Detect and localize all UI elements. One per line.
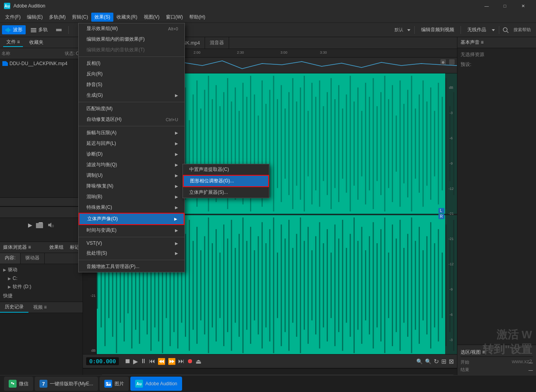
history-tab[interactable]: 历史记录: [0, 302, 28, 313]
time-display: 0:00.000: [86, 357, 119, 365]
toolbar-waveform[interactable]: 波形: [2, 25, 26, 34]
file-panel-tab[interactable]: 文件 ≡: [3, 38, 23, 47]
ffwd-btn[interactable]: ⏩: [168, 358, 176, 365]
transport-extra-1[interactable]: ⊞: [441, 358, 446, 365]
overview-icon-2[interactable]: [448, 58, 455, 66]
taskbar-photos[interactable]: 图片: [100, 377, 129, 391]
menu-sep-1: [79, 56, 184, 57]
toolbar-multitrack[interactable]: 多轨: [27, 25, 51, 34]
menu-amplitude[interactable]: 振幅与压限(A) ▶: [79, 128, 184, 138]
file-item[interactable]: DDU-DU__LACKPINK.mp4: [1, 60, 82, 67]
menu-mixing[interactable]: 混响(B) ▶: [79, 191, 184, 202]
zoom-out-btn[interactable]: 🔍: [425, 358, 431, 364]
svg-rect-86: [288, 92, 290, 195]
overview-icon-1[interactable]: ⊕: [440, 58, 447, 66]
media-tab-content[interactable]: 内容:: [0, 253, 21, 264]
menu-clip[interactable]: 剪辑(C): [69, 13, 91, 22]
menu-edit-prev[interactable]: 编辑效果组内的前缀效果(F): [79, 34, 184, 45]
svg-rect-202: [369, 236, 370, 334]
menu-vst[interactable]: VST(V) ▶: [79, 238, 184, 248]
menu-help[interactable]: 帮助(H): [186, 13, 209, 22]
no-selection-text: 无选择资源: [461, 51, 533, 58]
default-menu-icon[interactable]: [406, 28, 411, 32]
drive-item-3[interactable]: ▶ 软件 (D:): [2, 283, 81, 291]
loop-btn[interactable]: ↻: [434, 358, 439, 365]
svg-rect-8: [56, 29, 62, 31]
goto-end-btn[interactable]: ⏭: [178, 358, 184, 365]
svg-rect-193: [335, 224, 336, 346]
menu-reverse[interactable]: 反向(R): [79, 69, 184, 79]
effects-group-label[interactable]: 效果组: [49, 244, 64, 251]
menu-edit-suffix[interactable]: 编辑效果组内的音轨效果(T): [79, 45, 184, 55]
drive-arrow-1: ▶: [3, 268, 6, 272]
menu-stereo[interactable]: 立体声声像(O) ▶: [79, 213, 184, 225]
menu-diagnostics[interactable]: 诊断(D) ▶: [79, 149, 184, 159]
taskbar-audition[interactable]: Au Adobe Audition: [130, 377, 182, 391]
svg-rect-60: [189, 120, 190, 167]
menu-batch[interactable]: 批处理(S) ▶: [79, 248, 184, 259]
taskbar-wechat[interactable]: 微信: [4, 377, 33, 391]
menu-filter[interactable]: 滤波与均衡(Q) ▶: [79, 159, 184, 170]
menu-window[interactable]: 窗口(W): [163, 13, 186, 22]
stop-btn[interactable]: ⏹: [124, 358, 131, 365]
menu-edit[interactable]: 编辑(E): [24, 13, 46, 22]
submenu-mid-side[interactable]: 中置声道提取器(C): [183, 164, 269, 175]
menu-modulation[interactable]: 调制(U) ▶: [79, 170, 184, 181]
media-tab-drives[interactable]: 驱动器: [21, 253, 45, 264]
quick-shortcuts[interactable]: 快捷: [2, 292, 81, 300]
rdb-label-21-1: -21: [448, 212, 453, 216]
file-panel-header: 文件 ≡ 收藏夹: [0, 37, 83, 48]
rdb-label-db-top: dB: [449, 86, 453, 90]
drive-item-2[interactable]: ▶ C:: [2, 275, 81, 282]
menu-show-groups[interactable]: 显示效果组(W) Alt+0: [79, 23, 184, 34]
search-icon[interactable]: [502, 27, 509, 33]
eject-btn[interactable]: ⏏: [196, 358, 201, 365]
svg-rect-104: [357, 88, 359, 200]
toolbar-edit-video[interactable]: 编辑音频到视频: [418, 25, 457, 34]
menu-favorites[interactable]: 收藏夹(R): [113, 13, 141, 22]
menu-time[interactable]: 时间与变调(E) ▶: [79, 225, 184, 236]
play-btn[interactable]: ▶: [28, 222, 32, 228]
video-tab[interactable]: 视频 ≡: [28, 302, 51, 312]
maximize-button[interactable]: □: [496, 0, 514, 12]
speaker-icon[interactable]: )): [47, 221, 55, 229]
menu-special[interactable]: 特殊效果(C) ▶: [79, 202, 184, 213]
submenu-graphic-phase[interactable]: 图形相位调整器(G)...: [183, 175, 269, 187]
menu-view[interactable]: 视图(V): [141, 13, 163, 22]
search-label[interactable]: 搜索帮助: [510, 27, 534, 33]
play-transport-btn[interactable]: ▶: [133, 358, 138, 365]
minimize-button[interactable]: —: [478, 0, 496, 12]
goto-start-btn[interactable]: ⏮: [149, 358, 155, 365]
record-btn[interactable]: ⏺: [187, 358, 193, 365]
menu-generate[interactable]: 生成(G) ▶: [79, 90, 184, 101]
close-button[interactable]: ✕: [514, 0, 532, 12]
svg-marker-18: [48, 223, 51, 227]
drive-item-1[interactable]: ▶ 驱动: [2, 266, 81, 274]
zoom-in-btn[interactable]: 🔍: [416, 358, 423, 364]
toolbar-wireless[interactable]: 无线作品: [464, 25, 489, 34]
transport-extra-2[interactable]: ⊠: [449, 358, 454, 365]
favorites-panel-tab[interactable]: 收藏夹: [26, 38, 47, 47]
toolbar-separator-1: [68, 26, 69, 34]
submenu-stereo-expander[interactable]: 立体声扩展器(S)...: [183, 187, 269, 198]
menu-plugin-manager[interactable]: 音频增效工具管理器(P)...: [79, 261, 184, 272]
menu-noise[interactable]: 降噪/恢复(N) ▶: [79, 181, 184, 191]
editor-tab-mixer[interactable]: 混音器: [205, 37, 229, 49]
menu-delay[interactable]: 延迟与回声(L) ▶: [79, 138, 184, 149]
menu-auto-repair[interactable]: 自动修复选区(H) Ctrl+U: [79, 114, 184, 125]
svg-rect-206: [384, 217, 386, 353]
menu-invert[interactable]: 反相(I): [79, 58, 184, 69]
folder-icon[interactable]: [36, 221, 43, 229]
taskbar-myeditor[interactable]: 7 一键排版助手(MyE...: [35, 377, 98, 391]
toolbar-extra[interactable]: [53, 26, 65, 34]
menu-effects[interactable]: 效果(S): [91, 13, 113, 22]
menu-match-loudness[interactable]: 匹配响度(M): [79, 103, 184, 114]
menu-file[interactable]: 文件(F): [2, 13, 24, 22]
rdb-label-3-b: -3: [449, 338, 453, 342]
svg-rect-216: [423, 250, 424, 320]
rewind-btn[interactable]: ⏪: [158, 358, 166, 365]
menu-multitrack[interactable]: 多轨(M): [46, 13, 69, 22]
pause-btn[interactable]: ⏸: [140, 358, 147, 365]
menu-silence[interactable]: 静音(S): [79, 79, 184, 90]
drive-label-3: 软件 (D:): [13, 283, 31, 290]
